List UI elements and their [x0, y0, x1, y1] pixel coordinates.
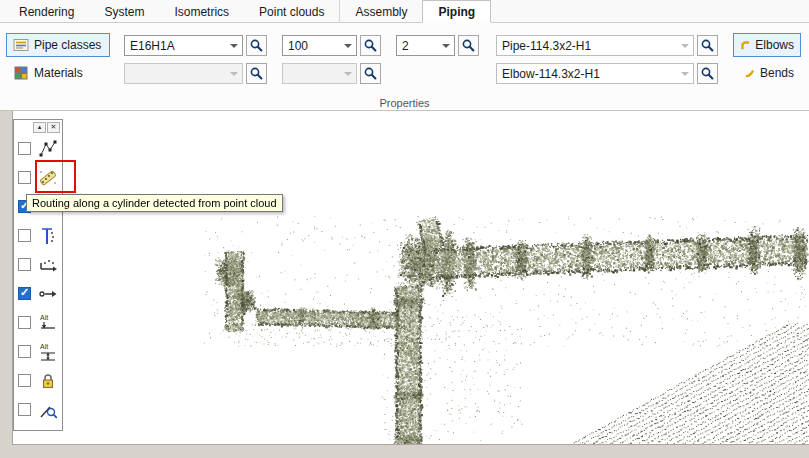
search-button[interactable]	[458, 35, 479, 56]
palette-row-vertical-pipe	[14, 221, 62, 250]
svg-text:Alt: Alt	[40, 314, 48, 321]
pipe-classes-button[interactable]: Pipe classes	[6, 33, 110, 57]
elbows-button[interactable]: Elbows	[733, 33, 801, 57]
size-value: 100	[288, 39, 308, 53]
route-cylinder-checkbox[interactable]	[18, 171, 31, 184]
ribbon-properties-group: Pipe classes E16H1A 100 2	[0, 23, 809, 111]
point-cloud-viewport[interactable]	[12, 111, 809, 445]
chevron-down-icon[interactable]	[438, 36, 454, 55]
bends-button[interactable]: Bends	[737, 61, 801, 85]
search-button[interactable]	[697, 35, 718, 56]
search-button[interactable]	[360, 63, 381, 84]
tooltip: Routing along a cylinder detected from p…	[26, 194, 283, 212]
search-button[interactable]	[360, 35, 381, 56]
pipe-value: Pipe-114.3x2-H1	[502, 39, 591, 53]
highlight-rectangle	[35, 160, 76, 193]
tab-piping[interactable]: Piping	[422, 0, 491, 23]
search-icon	[249, 66, 264, 81]
alt-vertical-icon[interactable]: Alt	[37, 341, 59, 363]
ribbon-group-caption: Properties	[0, 97, 809, 109]
vertical-pipe-icon[interactable]	[37, 225, 59, 247]
material-combo-a	[124, 63, 243, 84]
chevron-down-icon	[226, 64, 242, 83]
pipe-class-value: E16H1A	[130, 39, 175, 53]
collapse-icon[interactable]: ▴	[33, 122, 46, 133]
chevron-down-icon[interactable]	[677, 36, 693, 55]
alt-vertical-checkbox[interactable]	[18, 345, 31, 358]
pipe-classes-label: Pipe classes	[34, 38, 101, 52]
search-icon	[363, 66, 378, 81]
workspace	[0, 111, 809, 458]
search-icon	[363, 38, 378, 53]
vertical-pipe-checkbox[interactable]	[18, 229, 31, 242]
elbow-icon	[740, 37, 750, 53]
palette-row-lock	[14, 366, 62, 395]
close-icon[interactable]: ✕	[47, 122, 60, 133]
elbow-value: Elbow-114.3x2-H1	[502, 67, 600, 81]
schedule-value: 2	[402, 39, 409, 53]
point-direction-checkbox[interactable]	[18, 287, 31, 300]
materials-button[interactable]: Materials	[6, 61, 110, 85]
pipe-start-icon[interactable]	[37, 254, 59, 276]
measure-snap-icon[interactable]	[37, 399, 59, 421]
alt-horizontal-icon[interactable]: Alt	[37, 312, 59, 334]
chevron-down-icon	[340, 64, 356, 83]
chevron-down-icon[interactable]	[677, 64, 693, 83]
pipe-combo[interactable]: Pipe-114.3x2-H1	[496, 35, 694, 56]
elbows-label: Elbows	[755, 38, 794, 52]
bend-icon	[744, 65, 755, 81]
point-cloud-canvas[interactable]	[13, 111, 809, 444]
tab-assembly[interactable]: Assembly	[339, 0, 422, 23]
size-combo[interactable]: 100	[282, 35, 357, 56]
alt-horizontal-checkbox[interactable]	[18, 316, 31, 329]
palette-row-alt-horizontal: Alt	[14, 308, 62, 337]
tab-system[interactable]: System	[89, 0, 159, 23]
material-combo-b	[282, 63, 357, 84]
ribbon-tab-bar: Rendering System Isometrics Point clouds…	[0, 0, 809, 23]
lock-icon[interactable]	[37, 370, 59, 392]
chevron-down-icon[interactable]	[226, 36, 242, 55]
pipe-classes-icon	[13, 37, 29, 53]
route-polyline-checkbox[interactable]	[18, 142, 31, 155]
palette-row-pipe-start	[14, 250, 62, 279]
search-button[interactable]	[697, 63, 718, 84]
search-icon	[700, 38, 715, 53]
routing-toolbar-header: ▴ ✕	[14, 120, 62, 134]
search-button[interactable]	[246, 63, 267, 84]
schedule-combo[interactable]: 2	[396, 35, 455, 56]
application-window: Rendering System Isometrics Point clouds…	[0, 0, 809, 458]
palette-row-point-direction	[14, 279, 62, 308]
materials-label: Materials	[34, 66, 83, 80]
chevron-down-icon[interactable]	[340, 36, 356, 55]
palette-row-measure-snap	[14, 395, 62, 424]
tab-isometrics[interactable]: Isometrics	[159, 0, 244, 23]
route-polyline-icon[interactable]	[37, 138, 59, 160]
materials-icon	[13, 65, 29, 81]
tab-rendering[interactable]: Rendering	[4, 0, 89, 23]
pipe-start-checkbox[interactable]	[18, 258, 31, 271]
svg-text:Alt: Alt	[40, 343, 48, 350]
search-icon	[461, 38, 476, 53]
point-direction-icon[interactable]	[37, 283, 59, 305]
search-icon	[700, 66, 715, 81]
bends-label: Bends	[760, 66, 794, 80]
elbow-combo[interactable]: Elbow-114.3x2-H1	[496, 63, 694, 84]
palette-row-alt-vertical: Alt	[14, 337, 62, 366]
tab-point-clouds[interactable]: Point clouds	[244, 0, 339, 23]
lock-checkbox[interactable]	[18, 374, 31, 387]
measure-snap-checkbox[interactable]	[18, 403, 31, 416]
palette-row-route-polyline	[14, 134, 62, 163]
search-icon	[249, 38, 264, 53]
pipe-class-combo[interactable]: E16H1A	[124, 35, 243, 56]
search-button[interactable]	[246, 35, 267, 56]
